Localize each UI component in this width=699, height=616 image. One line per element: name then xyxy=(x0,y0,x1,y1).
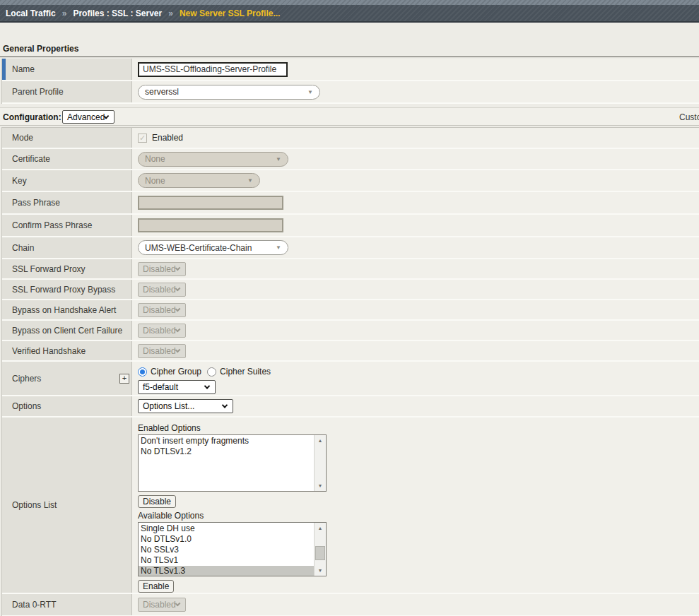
scrollbar[interactable]: ▲ ▼ xyxy=(314,523,326,576)
cipher-group-radio[interactable] xyxy=(138,367,147,377)
chevron-down-icon: ▼ xyxy=(276,156,281,162)
chevron-down-icon: ▼ xyxy=(276,244,281,251)
options-select[interactable]: Options List... xyxy=(138,399,233,413)
options-label: Options xyxy=(2,396,132,416)
ciphers-value-cell: Cipher Group Cipher Suites f5-default xyxy=(132,362,699,395)
list-item[interactable]: No DTLSv1.0 xyxy=(139,534,314,545)
ciphers-expand-button[interactable]: + xyxy=(119,374,129,384)
chevron-down-icon: ▼ xyxy=(307,89,313,95)
pass-phrase-value-cell xyxy=(132,192,699,213)
cipher-suites-radio[interactable] xyxy=(207,367,216,377)
scroll-up-icon[interactable]: ▲ xyxy=(315,523,326,533)
parent-profile-select[interactable]: serverssl ▼ xyxy=(138,85,320,100)
mode-label-text: Mode xyxy=(12,133,33,143)
cipher-group-select-value: f5-default xyxy=(143,382,178,392)
table-row: Key None ▼ xyxy=(2,170,699,192)
pass-phrase-label-text: Pass Phrase xyxy=(12,198,60,208)
table-row: SSL Forward Proxy Disabled xyxy=(2,259,699,280)
scroll-down-icon[interactable]: ▼ xyxy=(315,480,326,491)
available-options-listbox[interactable]: Single DH use No DTLSv1.0 No SSLv3 No TL… xyxy=(138,522,327,576)
certificate-label: Certificate xyxy=(2,149,132,169)
verified-handshake-label: Verified Handshake xyxy=(2,341,132,360)
pass-phrase-input xyxy=(138,196,283,210)
list-item[interactable]: No DTLSv1.2 xyxy=(139,446,314,457)
ssl-forward-proxy-bypass-label-text: SSL Forward Proxy Bypass xyxy=(12,285,115,295)
ssl-forward-proxy-select-value: Disabled xyxy=(143,264,176,274)
ssl-forward-proxy-bypass-select: Disabled xyxy=(138,283,186,297)
configuration-view-select[interactable]: Advanced xyxy=(62,110,114,124)
bypass-on-handshake-alert-select: Disabled xyxy=(138,303,186,317)
table-row: Confirm Pass Phrase xyxy=(2,215,699,237)
chain-select[interactable]: UMS-WEB-Certificate-Chain ▼ xyxy=(138,240,288,255)
enabled-options-listbox[interactable]: Don't insert empty fragments No DTLSv1.2… xyxy=(138,434,327,492)
cipher-group-select[interactable]: f5-default xyxy=(138,380,216,394)
key-value-cell: None ▼ xyxy=(132,170,699,191)
confirm-pass-phrase-input xyxy=(138,218,283,232)
chevron-down-icon xyxy=(204,383,210,389)
verified-handshake-select-value: Disabled xyxy=(143,346,176,356)
ssl-forward-proxy-bypass-select-value: Disabled xyxy=(143,285,176,295)
breadcrumb-item-local-traffic[interactable]: Local Traffic xyxy=(6,8,56,18)
table-row: Data 0-RTT Disabled xyxy=(2,594,699,616)
scroll-up-icon[interactable]: ▲ xyxy=(315,435,326,446)
name-input[interactable] xyxy=(138,62,288,77)
scrollbar-thumb[interactable] xyxy=(315,546,325,560)
confirm-pass-phrase-label: Confirm Pass Phrase xyxy=(2,215,132,236)
list-item-selected[interactable]: No TLSv1.3 xyxy=(139,566,314,576)
configuration-table: Mode ✓ Enabled Certificate None ▼ Key No… xyxy=(1,127,699,616)
general-properties-table: Name Parent Profile serverssl ▼ xyxy=(1,59,699,104)
table-row: Chain UMS-WEB-Certificate-Chain ▼ xyxy=(2,237,699,259)
key-select-value: None xyxy=(145,176,165,186)
parent-profile-label: Parent Profile xyxy=(2,81,132,102)
table-row: Bypass on Client Cert Failure Disabled xyxy=(2,321,699,341)
enable-button[interactable]: Enable xyxy=(138,580,174,593)
list-item[interactable]: No TLSv1 xyxy=(139,555,314,566)
pass-phrase-label: Pass Phrase xyxy=(2,192,132,213)
check-icon: ✓ xyxy=(139,134,146,143)
bypass-on-handshake-alert-value-cell: Disabled xyxy=(132,300,699,319)
certificate-value-cell: None ▼ xyxy=(132,149,699,169)
mode-checkbox: ✓ xyxy=(138,134,147,143)
chain-label-text: Chain xyxy=(12,243,34,253)
bypass-on-handshake-alert-label-text: Bypass on Handshake Alert xyxy=(12,305,116,315)
ssl-forward-proxy-value-cell: Disabled xyxy=(132,259,699,278)
configuration-view-value: Advanced xyxy=(67,112,105,122)
bypass-on-handshake-alert-select-value: Disabled xyxy=(143,305,176,315)
chevron-down-icon xyxy=(222,402,228,408)
list-item[interactable]: Don't insert empty fragments xyxy=(139,436,314,446)
cipher-suites-radio-label: Cipher Suites xyxy=(220,367,271,377)
table-row: Pass Phrase xyxy=(2,192,699,215)
options-list-value-cell: Enabled Options Don't insert empty fragm… xyxy=(132,417,699,593)
enabled-options-title: Enabled Options xyxy=(138,423,201,433)
mode-label: Mode xyxy=(2,128,132,148)
breadcrumb-current-page: New Server SSL Profile... xyxy=(180,8,281,18)
scrollbar[interactable]: ▲ ▼ xyxy=(314,435,326,491)
list-item[interactable]: No SSLv3 xyxy=(139,545,314,555)
disable-button[interactable]: Disable xyxy=(138,495,176,508)
custom-column-header: Custom xyxy=(679,112,699,122)
verified-handshake-select: Disabled xyxy=(138,344,186,358)
key-label-text: Key xyxy=(12,176,27,186)
confirm-pass-phrase-label-text: Confirm Pass Phrase xyxy=(12,220,92,230)
table-row: Verified Handshake Disabled xyxy=(2,341,699,362)
table-row: Bypass on Handshake Alert Disabled xyxy=(2,300,699,321)
ssl-forward-proxy-bypass-value-cell: Disabled xyxy=(132,280,699,299)
list-item[interactable]: Single DH use xyxy=(139,523,314,534)
mode-value-cell: ✓ Enabled xyxy=(132,128,699,148)
parent-profile-label-text: Parent Profile xyxy=(12,87,64,97)
key-select: None ▼ xyxy=(138,173,260,188)
table-row: Options Options List... xyxy=(2,396,699,417)
scroll-down-icon[interactable]: ▼ xyxy=(315,565,326,576)
data-0rtt-label: Data 0-RTT xyxy=(2,594,132,615)
table-row: Parent Profile serverssl ▼ xyxy=(2,81,699,104)
cipher-group-radio-label: Cipher Group xyxy=(151,367,201,377)
table-row: SSL Forward Proxy Bypass Disabled xyxy=(2,280,699,300)
ciphers-label-text: Ciphers xyxy=(12,374,41,384)
options-select-value: Options List... xyxy=(143,401,194,411)
table-row: Name xyxy=(2,59,699,81)
available-options-title: Available Options xyxy=(138,511,204,521)
data-0rtt-select-value: Disabled xyxy=(143,600,176,610)
breadcrumb-item-profiles-ssl-server[interactable]: Profiles : SSL : Server xyxy=(73,8,162,18)
table-row: Mode ✓ Enabled xyxy=(2,128,699,149)
top-stripe xyxy=(0,0,699,5)
